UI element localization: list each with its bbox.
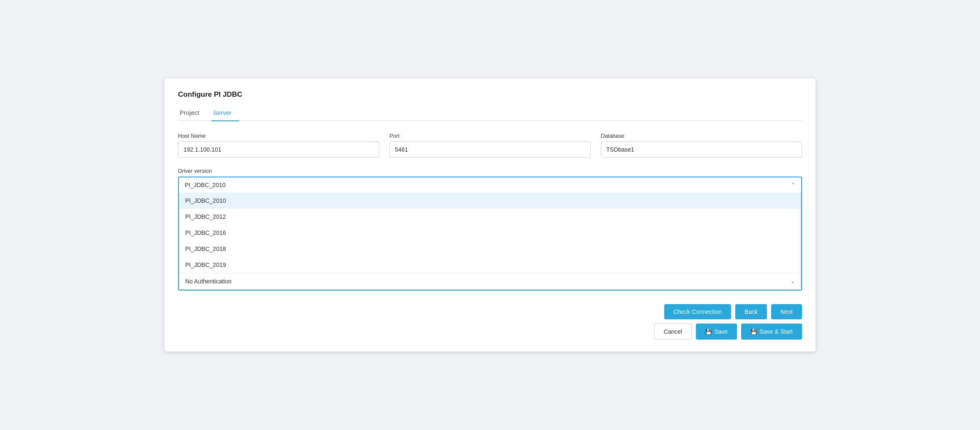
auth-label: No Authentication [185, 278, 232, 285]
dropdown-item-2012[interactable]: PI_JDBC_2012 [179, 209, 801, 225]
check-connection-button[interactable]: Check Connection [664, 304, 731, 319]
driver-label: Driver version [178, 168, 802, 174]
driver-dropdown-list: PI_JDBC_2010 PI_JDBC_2012 PI_JDBC_2016 P… [179, 193, 801, 290]
port-field-group: Port [389, 133, 591, 158]
bottom-actions: Check Connection Back Next Cancel 💾 Save… [178, 304, 802, 340]
chevron-down-icon: ⌄ [791, 278, 795, 284]
save-icon: 💾 [705, 329, 712, 335]
database-input[interactable] [601, 142, 802, 158]
primary-action-row: Check Connection Back Next [664, 304, 802, 319]
dropdown-item-2016[interactable]: PI_JDBC_2016 [179, 225, 801, 241]
host-label: Host Name [178, 133, 379, 139]
driver-section: Driver version PI_JDBC_2010 ⌃ PI_JDBC_20… [178, 168, 802, 291]
save-start-icon: 💾 [750, 329, 757, 335]
chevron-up-icon: ⌃ [791, 182, 795, 188]
top-fields-row: Host Name Port Database [178, 133, 802, 158]
driver-selected-value: PI_JDBC_2010 [185, 182, 226, 188]
tab-server[interactable]: Server [211, 106, 239, 121]
database-label: Database [601, 133, 802, 139]
save-button[interactable]: 💾 Save [696, 324, 737, 340]
tab-project[interactable]: Project [178, 106, 207, 121]
database-field-group: Database [601, 133, 802, 158]
next-button[interactable]: Next [771, 304, 802, 319]
secondary-action-row: Cancel 💾 Save 💾 Save & Start [654, 324, 802, 340]
host-input[interactable] [178, 142, 379, 158]
port-label: Port [389, 133, 591, 139]
dropdown-item-2010[interactable]: PI_JDBC_2010 [179, 193, 801, 209]
dialog-title: Configure PI JDBC [178, 90, 802, 99]
port-input[interactable] [389, 142, 591, 158]
dropdown-item-2018[interactable]: PI_JDBC_2018 [179, 241, 801, 257]
dropdown-item-2019[interactable]: PI_JDBC_2019 [179, 257, 801, 273]
cancel-button[interactable]: Cancel [654, 324, 692, 340]
back-button[interactable]: Back [735, 304, 767, 319]
save-start-button[interactable]: 💾 Save & Start [741, 324, 802, 340]
host-field-group: Host Name [178, 133, 379, 158]
driver-select-display[interactable]: PI_JDBC_2010 ⌃ [179, 177, 801, 193]
auth-section[interactable]: No Authentication ⌄ [179, 273, 801, 289]
driver-select-wrapper: PI_JDBC_2010 ⌃ PI_JDBC_2010 PI_JDBC_2012… [178, 177, 802, 291]
configure-pi-jdbc-dialog: Configure PI JDBC Project Server Host Na… [164, 79, 816, 352]
tab-bar: Project Server [178, 106, 802, 121]
